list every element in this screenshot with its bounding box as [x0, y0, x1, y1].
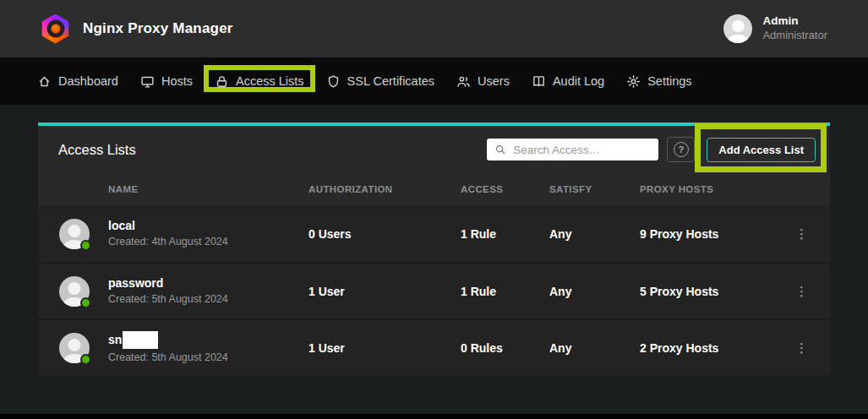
access-list-name: local [108, 218, 228, 233]
brand: Nginx Proxy Manager [41, 14, 233, 44]
panel-header: Access Lists ? Add Access List [38, 126, 830, 173]
main-content: Access Lists ? Add Access List NAME AUTH… [0, 105, 868, 414]
lock-icon [215, 74, 229, 89]
access-lists-panel: Access Lists ? Add Access List NAME AUTH… [38, 122, 830, 375]
created-date: Created: 5th August 2024 [108, 351, 228, 364]
column-header-name: NAME [59, 184, 308, 194]
user-role: Administrator [762, 29, 827, 42]
table-row[interactable]: sn Created: 5th August 2024 1 User 0 Rul… [38, 318, 830, 375]
nav-item-access-lists[interactable]: Access Lists [215, 74, 304, 89]
column-header-satisfy: SATISFY [549, 184, 640, 194]
row-menu-icon[interactable]: ⋮ [795, 341, 808, 354]
nav-item-hosts[interactable]: Hosts [140, 74, 193, 89]
satisfy-value: Any [549, 227, 640, 241]
column-header-access: ACCESS [461, 184, 549, 194]
panel-title: Access Lists [58, 142, 136, 158]
monitor-icon [140, 74, 155, 89]
column-header-proxy-hosts: PROXY HOSTS [640, 184, 763, 194]
proxy-hosts-value: 5 Proxy Hosts [640, 285, 763, 298]
avatar [59, 333, 90, 363]
app-title: Nginx Proxy Manager [83, 20, 233, 37]
online-status-dot [80, 354, 91, 365]
app-logo-icon [41, 14, 70, 44]
authorization-value: 1 User [308, 285, 461, 298]
search-input[interactable] [513, 144, 652, 156]
online-status-dot [80, 297, 91, 308]
book-icon [532, 74, 546, 89]
main-nav: Dashboard Hosts Access Lists SSL Certifi… [0, 57, 868, 105]
table-header: NAME AUTHORIZATION ACCESS SATISFY PROXY … [38, 173, 830, 205]
users-icon [456, 74, 471, 89]
search-box [487, 139, 658, 161]
satisfy-value: Any [549, 341, 640, 355]
avatar [59, 276, 90, 307]
access-value: 1 Rule [461, 227, 549, 241]
proxy-hosts-value: 2 Proxy Hosts [640, 341, 763, 355]
access-value: 0 Rules [461, 341, 549, 355]
redaction-box [123, 331, 158, 349]
access-list-name: password [108, 275, 228, 291]
help-button[interactable]: ? [667, 137, 695, 162]
access-list-name: sn [108, 331, 228, 349]
authorization-value: 0 Users [308, 227, 461, 241]
created-date: Created: 4th August 2024 [108, 235, 228, 248]
user-name: Admin [762, 14, 827, 29]
row-menu-icon[interactable]: ⋮ [795, 285, 808, 297]
access-value: 1 Rule [461, 285, 549, 298]
online-status-dot [80, 240, 91, 251]
nav-item-ssl-certificates[interactable]: SSL Certificates [326, 74, 434, 89]
search-icon [494, 144, 506, 155]
nav-item-audit-log[interactable]: Audit Log [532, 74, 604, 89]
top-bar: Nginx Proxy Manager Admin Administrator [0, 0, 868, 57]
user-avatar [723, 14, 752, 43]
home-icon [37, 74, 52, 89]
bottom-strip [0, 414, 868, 419]
shield-icon [326, 74, 341, 89]
gear-icon [626, 74, 641, 89]
proxy-hosts-value: 9 Proxy Hosts [640, 227, 763, 241]
nav-item-settings[interactable]: Settings [626, 74, 691, 89]
table-row[interactable]: local Created: 4th August 2024 0 Users 1… [38, 205, 830, 262]
user-menu[interactable]: Admin Administrator [723, 14, 827, 43]
help-icon: ? [674, 142, 689, 157]
add-access-list-button[interactable]: Add Access List [707, 138, 816, 162]
nav-item-users[interactable]: Users [456, 74, 510, 89]
authorization-value: 1 User [308, 341, 461, 355]
table-row[interactable]: password Created: 5th August 2024 1 User… [38, 262, 830, 318]
row-menu-icon[interactable]: ⋮ [795, 227, 808, 240]
avatar [59, 219, 90, 249]
nav-item-dashboard[interactable]: Dashboard [37, 74, 118, 89]
satisfy-value: Any [549, 285, 640, 298]
column-header-authorization: AUTHORIZATION [308, 184, 461, 194]
created-date: Created: 5th August 2024 [108, 292, 228, 306]
